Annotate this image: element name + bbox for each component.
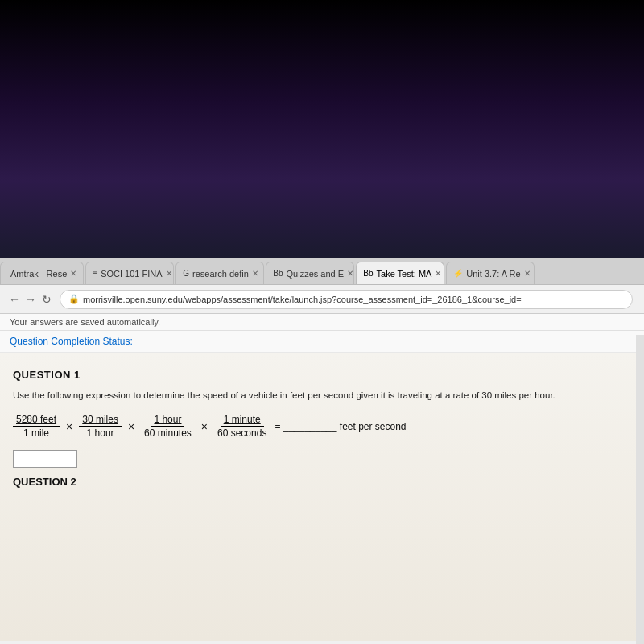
forward-button[interactable]: → — [23, 291, 39, 308]
tab-amtrak-label: Amtrak - Rese — [10, 269, 67, 279]
tab-google[interactable]: G research defin ✕ — [175, 262, 264, 284]
back-button[interactable]: ← — [6, 291, 23, 308]
fraction2-numerator: 30 miles — [79, 414, 122, 427]
tab-taketest-close[interactable]: ✕ — [435, 269, 441, 278]
completion-status-text: Question Completion Status: — [10, 336, 133, 347]
refresh-button[interactable]: ↻ — [39, 291, 55, 308]
fraction3: 1 hour 60 minutes — [141, 414, 195, 439]
tab-google-label: research defin — [192, 269, 249, 279]
fraction3-denominator: 60 minutes — [141, 427, 195, 439]
tab-bar: Amtrak - Rese ✕ ≡ SOCI 101 FINA ✕ G rese… — [0, 258, 644, 285]
question1-text: Use the following expression to determin… — [13, 389, 631, 402]
fraction1: 5280 feet 1 mile — [13, 414, 60, 439]
tab-quizzes-close[interactable]: ✕ — [347, 269, 353, 278]
tab-taketest-icon: Bb — [363, 269, 373, 278]
tab-taketest[interactable]: Bb Take Test: MA ✕ — [356, 262, 444, 284]
fraction4-denominator: 60 seconds — [214, 427, 270, 439]
dark-background — [0, 0, 644, 258]
tab-quizzes-icon: Bb — [273, 269, 283, 278]
scrollbar[interactable] — [636, 335, 644, 644]
tab-unit-icon: ⚡ — [453, 269, 463, 278]
tab-quizzes[interactable]: Bb Quizzes and E ✕ — [266, 262, 354, 284]
info-bar: Your answers are saved automatically. — [0, 314, 644, 331]
address-text: morrisville.open.suny.edu/webapps/assess… — [83, 295, 522, 304]
times3: × — [200, 420, 209, 433]
tab-quizzes-label: Quizzes and E — [287, 269, 345, 279]
fraction1-numerator: 5280 feet — [13, 414, 60, 427]
tab-soci-icon: ≡ — [93, 269, 97, 278]
math-expression: 5280 feet 1 mile × 30 miles 1 hour × 1 h… — [13, 414, 631, 439]
content-area: QUESTION 1 Use the following expression … — [0, 353, 644, 641]
fraction3-numerator: 1 hour — [151, 414, 184, 427]
fraction4: 1 minute 60 seconds — [214, 414, 270, 439]
times1: × — [64, 420, 74, 433]
tab-unit[interactable]: ⚡ Unit 3.7: A Re ✕ — [446, 262, 535, 284]
answer-input[interactable] — [13, 450, 77, 468]
fraction2-denominator: 1 hour — [84, 427, 118, 439]
tab-google-close[interactable]: ✕ — [252, 269, 258, 278]
question2-label: QUESTION 2 — [13, 476, 631, 488]
auto-save-notice: Your answers are saved automatically. — [10, 317, 160, 327]
fraction2: 30 miles 1 hour — [79, 414, 122, 439]
address-bar-row: ← → ↻ 🔒 morrisville.open.suny.edu/webapp… — [0, 285, 644, 314]
tab-google-icon: G — [183, 269, 189, 278]
times2: × — [126, 420, 136, 433]
question1-label: QUESTION 1 — [13, 369, 631, 381]
tab-amtrak-close[interactable]: ✕ — [70, 269, 76, 278]
tab-unit-close[interactable]: ✕ — [524, 269, 530, 278]
tab-soci-label: SOCI 101 FINA — [101, 269, 162, 279]
tab-soci[interactable]: ≡ SOCI 101 FINA ✕ — [85, 262, 174, 284]
completion-status: Question Completion Status: — [0, 331, 644, 353]
tab-taketest-label: Take Test: MA — [377, 269, 432, 279]
tab-amtrak[interactable]: Amtrak - Rese ✕ — [0, 262, 84, 284]
tab-soci-close[interactable]: ✕ — [166, 269, 172, 278]
lock-icon: 🔒 — [68, 294, 80, 304]
fraction4-numerator: 1 minute — [221, 414, 264, 427]
address-input[interactable]: 🔒 morrisville.open.suny.edu/webapps/asse… — [60, 290, 633, 309]
equals-blank: = __________ feet per second — [275, 421, 406, 432]
browser-window: Amtrak - Rese ✕ ≡ SOCI 101 FINA ✕ G rese… — [0, 258, 644, 644]
fraction1-denominator: 1 mile — [20, 427, 52, 439]
tab-unit-label: Unit 3.7: A Re — [466, 269, 520, 279]
